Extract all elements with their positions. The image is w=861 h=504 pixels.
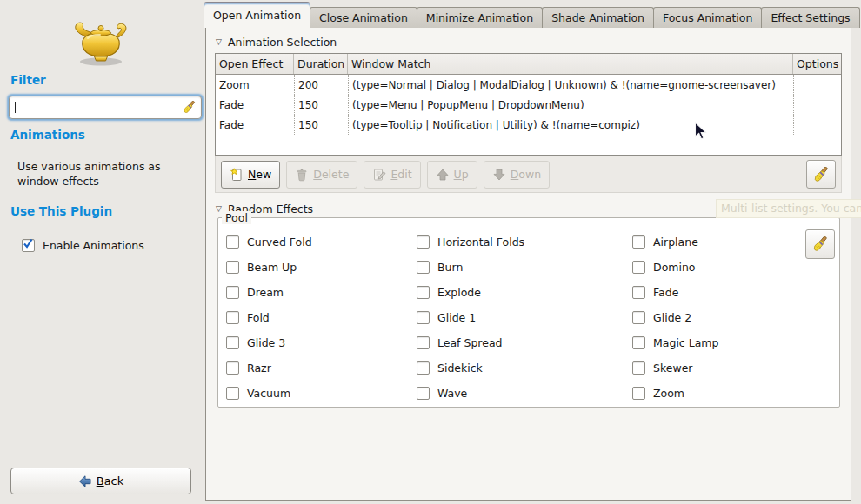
filter-heading: Filter [10, 73, 46, 87]
effect-checkbox[interactable] [417, 261, 430, 274]
effect-checkbox[interactable] [226, 286, 239, 299]
effect-label: Razr [247, 361, 271, 375]
effect-item: Glide 3 [226, 336, 417, 349]
animation-selection-expander[interactable]: ▽ Animation Selection [216, 36, 337, 49]
effect-checkbox[interactable] [417, 235, 430, 249]
cell-duration: 200 [294, 75, 348, 95]
column-header-open-effect[interactable]: Open Effect [216, 54, 294, 74]
up-button[interactable]: Up [427, 161, 477, 189]
back-button-label: Back [97, 474, 124, 487]
effect-checkbox[interactable] [417, 361, 430, 375]
effect-checkbox[interactable] [417, 387, 430, 400]
tab[interactable]: Minimize Animation [417, 7, 543, 28]
effects-table: Open Effect Duration Window Match Option… [215, 53, 842, 156]
arrow-up-icon [436, 168, 450, 182]
multi-list-settings-button[interactable] [806, 160, 836, 189]
effect-item: Razr [226, 361, 417, 375]
sidebar: Filter Animations Use various animations… [0, 0, 203, 504]
effect-label: Burn [437, 261, 463, 274]
cell-open-effect: Fade [216, 115, 294, 135]
effect-checkbox[interactable] [632, 361, 645, 375]
cell-options [793, 95, 841, 115]
effect-label: Curved Fold [247, 235, 312, 249]
effect-label: Beam Up [247, 261, 297, 274]
back-button[interactable]: Back [10, 468, 191, 494]
effect-checkbox[interactable] [632, 235, 645, 249]
effect-item: Glide 2 [632, 311, 834, 324]
tab-label: Minimize Animation [426, 11, 533, 24]
effect-item: Beam Up [226, 261, 417, 274]
enable-animations-row: Enable Animations [22, 239, 144, 252]
pool-group: Pool Curved Fold Horizontal Folds Airpla… [217, 211, 840, 408]
tab-label: Close Animation [319, 11, 408, 24]
effect-checkbox[interactable] [632, 311, 645, 324]
column-header-duration[interactable]: Duration [294, 54, 348, 74]
genie-lamp-icon [69, 9, 131, 68]
effect-checkbox[interactable] [226, 336, 239, 349]
effect-checkbox[interactable] [226, 311, 239, 324]
effect-item: Burn [417, 261, 632, 274]
table-row[interactable]: Fade 150 (type=Tooltip | Notification | … [216, 115, 841, 135]
tab[interactable]: Shade Animation [542, 7, 654, 28]
effect-label: Glide 2 [653, 311, 691, 324]
use-this-plugin-heading: Use This Plugin [10, 204, 112, 218]
effect-label: Domino [653, 261, 696, 274]
effect-checkbox[interactable] [417, 286, 430, 299]
enable-animations-label: Enable Animations [43, 239, 144, 252]
effect-label: Wave [437, 387, 467, 400]
down-button[interactable]: Down [484, 161, 550, 189]
pool-settings-button[interactable] [805, 229, 835, 259]
effect-label: Zoom [653, 387, 684, 400]
enable-animations-checkbox[interactable] [22, 239, 35, 252]
edit-icon [372, 168, 386, 182]
new-button[interactable]: New [221, 161, 280, 189]
tab[interactable]: Open Animation [204, 2, 310, 28]
effect-checkbox[interactable] [226, 387, 239, 400]
list-toolbar: New Delete Edit Up [215, 156, 842, 193]
mouse-cursor [694, 122, 710, 141]
settings-panel: ▽ Animation Selection Open Effect Durati… [205, 27, 851, 501]
tab-label: Effect Settings [771, 11, 850, 24]
effect-label: Explode [437, 286, 481, 299]
effect-item: Fold [226, 311, 417, 324]
effect-item: Magic Lamp [632, 336, 834, 349]
effect-label: Dream [247, 286, 284, 299]
tab[interactable]: Effect Settings [761, 7, 859, 28]
new-document-icon [230, 168, 244, 182]
effect-checkbox[interactable] [417, 336, 430, 349]
tooltip: Multi-list settings. You can [716, 199, 861, 218]
effect-checkbox[interactable] [632, 261, 645, 274]
delete-button[interactable]: Delete [286, 161, 357, 189]
effect-checkbox[interactable] [226, 261, 239, 274]
tab[interactable]: Close Animation [310, 7, 417, 28]
column-header-window-match[interactable]: Window Match [348, 54, 793, 74]
arrow-down-icon [492, 168, 506, 182]
effect-checkbox[interactable] [632, 336, 645, 349]
effect-item: Airplane [632, 235, 834, 249]
tab-label: Open Animation [213, 9, 301, 22]
effect-checkbox[interactable] [632, 387, 645, 400]
effect-item: Vacuum [226, 387, 417, 400]
effect-label: Fade [653, 286, 678, 299]
filter-input[interactable] [9, 96, 202, 119]
clear-filter-broom-icon[interactable] [183, 101, 196, 114]
effect-item: Horizontal Folds [417, 235, 632, 249]
effect-checkbox[interactable] [226, 235, 239, 249]
effect-checkbox[interactable] [226, 361, 239, 375]
effect-checkbox[interactable] [417, 311, 430, 324]
cell-options [793, 75, 841, 95]
effect-label: Leaf Spread [437, 336, 503, 349]
cell-open-effect: Fade [216, 95, 294, 115]
broom-icon [812, 236, 828, 252]
new-button-label: New [248, 168, 271, 181]
cell-window-match: (type=Tooltip | Notification | Utility) … [348, 115, 793, 135]
edit-button[interactable]: Edit [364, 161, 420, 189]
plugin-description: Use various animations as window effects [17, 160, 181, 189]
table-row[interactable]: Zoom 200 (type=Normal | Dialog | ModalDi… [216, 75, 841, 95]
plugin-title: Animations [10, 128, 85, 142]
column-header-options[interactable]: Options [793, 54, 842, 74]
table-row[interactable]: Fade 150 (type=Menu | PopupMenu | Dropdo… [216, 95, 841, 115]
effect-checkbox[interactable] [632, 286, 645, 299]
tab[interactable]: Focus Animation [653, 7, 762, 28]
effect-label: Skewer [653, 361, 692, 375]
